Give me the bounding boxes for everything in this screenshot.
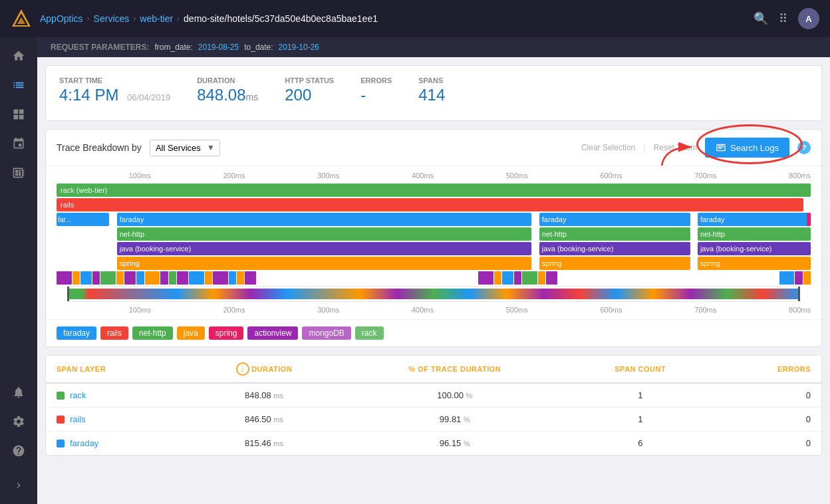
td-rails-layer: rails xyxy=(46,408,187,432)
tbar-faraday-row1[interactable]: far... faraday faraday faraday xyxy=(57,213,811,226)
tbar-rails-row[interactable]: rails xyxy=(57,198,811,211)
breadcrumb-services[interactable]: Services xyxy=(94,13,130,24)
td-rack-pct: 100.00 % xyxy=(341,383,568,408)
tag-rails[interactable]: rails xyxy=(100,326,128,340)
rails-duration-unit: ms xyxy=(273,416,283,424)
th-span-count: SPAN COUNT xyxy=(568,356,712,383)
faraday-duration-unit: ms xyxy=(273,440,283,447)
trace-timeline: 100ms 200ms 300ms 400ms 500ms 600ms 700m… xyxy=(46,166,821,319)
tag-java[interactable]: java xyxy=(177,326,205,340)
help-icon[interactable]: ? xyxy=(797,141,811,154)
td-rack-layer: rack xyxy=(46,383,187,408)
tags-row: faraday rails net-http java spring actio… xyxy=(46,319,821,346)
errors-value: - xyxy=(360,86,392,104)
to-date-label: to_date: xyxy=(244,43,273,52)
topnav: AppOptics › Services › web-tier › demo-s… xyxy=(0,0,830,37)
tbar-rack-row[interactable]: rack (web-tier) xyxy=(57,184,811,197)
td-rails-pct: 99.81 % xyxy=(341,408,568,432)
tbar-spring-row[interactable]: spring spring spring xyxy=(57,257,811,270)
apps-icon[interactable]: ⠿ xyxy=(779,11,787,26)
sidebar xyxy=(0,37,37,504)
tbar-faraday-main2: faraday xyxy=(539,213,690,226)
search-icon[interactable]: 🔍 xyxy=(754,11,768,26)
service-select-wrap[interactable]: All Services ▼ xyxy=(150,140,220,156)
metric-start-time: START TIME 4:14 PM 06/04/2019 xyxy=(59,76,170,104)
tbar-nethttp-row[interactable]: net-http net-http net-http xyxy=(57,227,811,241)
tag-spring[interactable]: spring xyxy=(209,326,244,340)
trace-breakdown-label: Trace Breakdown by xyxy=(57,142,142,153)
sidebar-item-home[interactable] xyxy=(5,43,32,69)
tag-actionview[interactable]: actionview xyxy=(247,326,298,340)
tbar-spring-main3: spring xyxy=(698,257,811,270)
tag-rack[interactable]: rack xyxy=(355,326,384,340)
breadcrumb-appoptics[interactable]: AppOptics xyxy=(40,13,83,24)
service-select[interactable]: All Services xyxy=(150,140,220,156)
sidebar-item-services[interactable] xyxy=(5,72,32,98)
faraday-duration-val: 815.46 xyxy=(245,438,271,448)
metric-http-status: HTTP STATUS 200 xyxy=(285,76,334,104)
breadcrumb-sep-1: › xyxy=(87,14,90,23)
rack-link[interactable]: rack xyxy=(70,390,86,400)
tbar-nethttp-main1: net-http xyxy=(117,227,532,241)
axis-200ms: 200ms xyxy=(223,172,245,180)
th-span-layer: SPAN LAYER xyxy=(46,356,187,383)
timeline-bars: rack (web-tier) rails far... faraday far… xyxy=(57,184,811,285)
axis-500ms: 500ms xyxy=(506,172,528,180)
td-rack-errors: 0 xyxy=(712,383,821,408)
sidebar-expand-btn[interactable] xyxy=(5,472,32,499)
sort-duration-icon[interactable]: ↓ xyxy=(236,362,249,376)
tbar-nethttp-main3: net-http xyxy=(698,227,811,241)
table-row: rack 848.08 ms 100.00 % 1 0 xyxy=(46,383,821,408)
breadcrumb-webtier[interactable]: web-tier xyxy=(140,13,173,24)
td-faraday-count: 6 xyxy=(568,432,712,455)
th-duration[interactable]: ↓ DURATION xyxy=(187,356,342,383)
minimap-handle-left[interactable] xyxy=(67,287,800,301)
clear-selection-link[interactable]: Clear Selection xyxy=(581,143,635,152)
axis-100ms: 100ms xyxy=(129,172,151,180)
table-row: rails 846.50 ms 99.81 % 1 0 xyxy=(46,408,821,432)
tbar-dense-row xyxy=(57,271,811,285)
rails-duration-val: 846.50 xyxy=(245,414,271,424)
tag-faraday[interactable]: faraday xyxy=(57,326,96,340)
sidebar-item-dashboard[interactable] xyxy=(5,101,32,128)
axis-bot-800ms: 800ms xyxy=(789,306,811,314)
tbar-java-row[interactable]: java (booking-service) java (booking-ser… xyxy=(57,242,811,255)
minimap[interactable] xyxy=(67,286,800,302)
sidebar-item-settings[interactable] xyxy=(5,408,32,435)
rails-link[interactable]: rails xyxy=(70,414,86,424)
rack-duration-unit: ms xyxy=(273,392,283,400)
spans-value: 414 xyxy=(418,86,445,104)
user-avatar[interactable]: A xyxy=(798,8,819,29)
main-content: REQUEST PARAMETERS: from_date: 2019-08-2… xyxy=(37,37,830,504)
http-status-value: 200 xyxy=(285,86,334,104)
rack-duration-val: 848.08 xyxy=(245,390,271,400)
reset-zoom-link[interactable]: Reset Zoom xyxy=(654,143,697,152)
table-header-row: SPAN LAYER ↓ DURATION % OF TRACE DURATIO… xyxy=(46,356,821,383)
sidebar-item-alerts[interactable] xyxy=(5,379,32,406)
trace-actions: Clear Selection | Reset Zoom Search Logs… xyxy=(581,138,811,158)
tbar-faraday-main3: faraday xyxy=(698,213,811,226)
from-date-value: 2019-08-25 xyxy=(198,43,239,52)
faraday-link[interactable]: faraday xyxy=(70,438,98,448)
sidebar-item-widgets[interactable] xyxy=(5,130,32,157)
axis-bot-700ms: 700ms xyxy=(694,306,716,314)
to-date-value: 2019-10-26 xyxy=(279,43,319,52)
metrics-row: START TIME 4:14 PM 06/04/2019 DURATION 8… xyxy=(59,76,808,104)
tbar-spring-main1: spring xyxy=(117,257,532,270)
rack-color-dot xyxy=(57,392,65,400)
td-rails-count: 1 xyxy=(568,408,712,432)
faraday-color-dot xyxy=(57,440,65,447)
metrics-card: START TIME 4:14 PM 06/04/2019 DURATION 8… xyxy=(45,65,822,121)
sidebar-item-activity[interactable] xyxy=(5,160,32,186)
app-logo[interactable] xyxy=(11,8,32,29)
spans-label: SPANS xyxy=(418,76,445,84)
tag-mongodb[interactable]: mongoDB xyxy=(302,326,350,340)
sidebar-item-help[interactable] xyxy=(5,438,32,464)
breadcrumb-sep-3: › xyxy=(177,14,180,23)
search-logs-label: Search Logs xyxy=(730,143,779,153)
search-logs-button[interactable]: Search Logs xyxy=(705,138,789,158)
metric-errors: ERRORS - xyxy=(360,76,392,104)
trace-header: Trace Breakdown by All Services ▼ Clear … xyxy=(46,130,821,166)
tag-net-http[interactable]: net-http xyxy=(132,326,173,340)
breadcrumb-trace-id: demo-site/hotels/5c37da50e4b0ec8a5bae1ee… xyxy=(184,13,378,24)
